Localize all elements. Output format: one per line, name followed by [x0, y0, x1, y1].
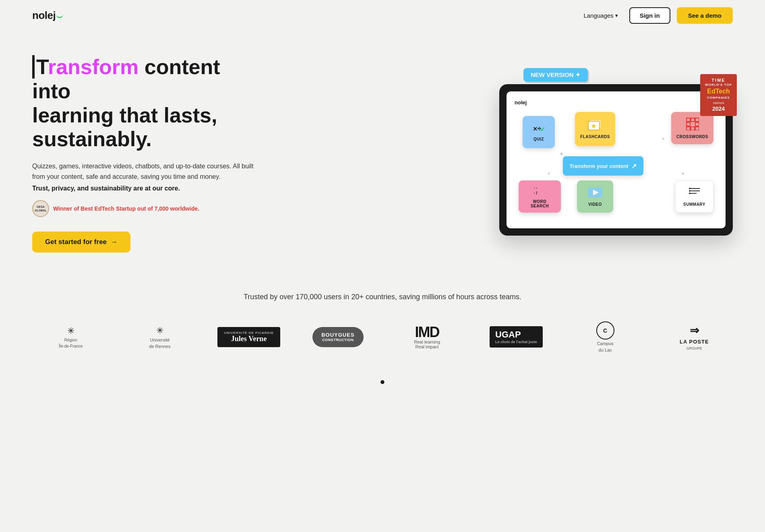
logo-universite-rennes: ✳ Université de Rennes: [121, 325, 198, 349]
logo-jules-verne: UNIVERSITÉ de Picardie Jules Verne: [211, 327, 287, 347]
quiz-label: QUIZ: [533, 137, 544, 141]
new-version-text: NEW VERSION ✦: [531, 71, 581, 79]
award-line: GESAGLOBAL Winner of Best EdTech Startup…: [32, 200, 258, 217]
svg-text:· /: · /: [534, 191, 538, 195]
scroll-dot: ●: [380, 377, 385, 387]
svg-rect-10: [691, 127, 695, 130]
laposte-text-2: GROUPE: [686, 346, 702, 350]
time-logo: TIME: [705, 77, 732, 83]
bottom-scroll-indicator: ●: [0, 368, 765, 395]
award-badge-text: GESAGLOBAL: [35, 205, 47, 212]
jules-verne-signature: Jules Verne: [224, 335, 273, 343]
svg-rect-6: [695, 118, 699, 122]
hero-right: NEW VERSION ✦ TIME WORLD'S TOP EdTech CO…: [499, 72, 733, 236]
card-video: VIDEO: [577, 180, 613, 213]
trusted-text: Trusted by over 170,000 users in 20+ cou…: [32, 293, 733, 301]
tablet-nolej-logo: nolej: [515, 99, 717, 106]
bouygues-text-1: BOUYGUES: [321, 332, 354, 338]
campus-text-2: du Lac: [599, 348, 612, 352]
summary-label: SUMMARY: [683, 202, 705, 207]
svg-point-19: [689, 188, 691, 189]
signin-button[interactable]: Sign in: [629, 7, 670, 24]
svg-text:· ·: · ·: [534, 186, 538, 190]
svg-text:×÷: ×÷: [533, 125, 542, 133]
card-transform-content: Transform your content ↗: [563, 156, 643, 176]
cursor-icon: ↗: [631, 162, 637, 170]
header: nolej Languages Sign in See a demo: [0, 0, 765, 31]
svg-rect-4: [686, 118, 690, 122]
award-badge: GESAGLOBAL: [32, 200, 49, 217]
logo-bouygues: BOUYGUES CONSTRUCTION: [300, 327, 376, 347]
cta-label: Get started for free: [45, 238, 107, 246]
header-right: Languages Sign in See a demo: [579, 7, 733, 24]
title-t-letter: T: [32, 55, 48, 79]
svg-point-21: [689, 193, 691, 194]
quiz-icon: ×÷: [533, 123, 544, 135]
flashcards-label: FLASHCARDS: [580, 135, 610, 139]
svg-point-20: [689, 190, 691, 192]
card-crosswords: CROSSWORDS: [671, 112, 713, 144]
logo-smile-icon: [56, 14, 63, 18]
crosswords-icon: [686, 118, 699, 133]
year-label: 2024: [705, 105, 732, 112]
new-version-badge: NEW VERSION ✦: [523, 68, 588, 82]
univ-rennes-text-1: Université: [150, 337, 170, 342]
ile-france-text-2: Île-de-France: [59, 344, 83, 348]
word-search-icon: · · · /: [534, 185, 546, 198]
jules-verne-top: UNIVERSITÉ de Picardie: [224, 331, 273, 335]
svg-rect-5: [691, 118, 695, 122]
ile-france-text-1: Région: [64, 338, 77, 342]
word-search-label: WORD SEARCH: [524, 199, 555, 208]
ugap-logo: UGAP Le choix de l'achat juste: [490, 326, 543, 348]
video-icon: [588, 187, 602, 201]
svg-rect-9: [686, 127, 690, 130]
svg-rect-11: [695, 127, 699, 130]
edtech-label: EdTech: [705, 87, 732, 96]
see-demo-button[interactable]: See a demo: [677, 7, 733, 24]
time-magazine-badge: TIME WORLD'S TOP EdTech COMPANIES statis…: [700, 74, 737, 116]
partner-logos-row: ✳ Région Île-de-France ✳ Université de R…: [32, 321, 733, 352]
sparkle-icon-1: ✦: [559, 150, 564, 158]
campus-lac-logo: C Campus du Lac: [596, 321, 614, 352]
card-flashcards: ★ FLASHCARDS: [575, 112, 615, 146]
jules-verne-logo: UNIVERSITÉ de Picardie Jules Verne: [217, 327, 280, 347]
svg-rect-7: [686, 122, 690, 126]
logo-la-poste: ⇒ LA POSTE GROUPE: [656, 324, 733, 350]
title-transform-word: ransform: [48, 55, 139, 79]
companies-label: COMPANIES: [705, 96, 732, 100]
get-started-button[interactable]: Get started for free →: [32, 232, 130, 253]
sparkle-icon-3: ✦: [547, 171, 551, 176]
svg-rect-8: [695, 122, 699, 126]
logo-imd: IMD Real learning Real impact: [389, 325, 465, 349]
imd-sub-2: Real impact: [414, 344, 440, 349]
imd-sub-1: Real learning: [414, 339, 440, 344]
ile-france-logo: ✳ Région Île-de-France: [59, 326, 83, 348]
sparkle-icon-2: ✦: [661, 136, 665, 142]
languages-button[interactable]: Languages: [579, 9, 622, 22]
hero-title: Transform content intolearning that last…: [32, 55, 258, 151]
flashcards-icon: ★: [588, 119, 602, 133]
hero-section: Transform content intolearning that last…: [0, 31, 765, 269]
logo-text: nolej: [32, 9, 56, 22]
bouygues-text-2: CONSTRUCTION: [321, 338, 354, 342]
tablet-screen: nolej ×÷ QUIZ: [507, 91, 726, 228]
trusted-section: Trusted by over 170,000 users in 20+ cou…: [0, 269, 765, 368]
univ-rennes-logo: ✳ Université de Rennes: [149, 325, 170, 349]
svg-text:★: ★: [591, 123, 596, 129]
award-text: Winner of Best EdTech Startup out of 7,0…: [53, 205, 199, 212]
laposte-text-1: LA POSTE: [680, 339, 709, 345]
ugap-main-text: UGAP: [495, 329, 521, 340]
hero-description: Quizzes, games, interactive videos, chat…: [32, 161, 258, 182]
card-summary: SUMMARY: [675, 180, 713, 213]
laposte-arrow-icon: ⇒: [690, 324, 699, 337]
card-word-search: · · · / WORD SEARCH: [519, 180, 561, 213]
ugap-sub-text: Le choix de l'achat juste: [495, 340, 537, 344]
transform-content-text: Transform your content: [570, 163, 629, 169]
campus-circle-icon: C: [596, 321, 614, 339]
univ-rennes-icon: ✳: [156, 325, 163, 336]
imd-main-text: IMD: [414, 325, 440, 339]
imd-logo: IMD Real learning Real impact: [414, 325, 440, 349]
worlds-top-text: WORLD'S TOP: [705, 83, 732, 87]
logo: nolej: [32, 9, 63, 22]
card-quiz: ×÷ QUIZ: [523, 116, 555, 148]
